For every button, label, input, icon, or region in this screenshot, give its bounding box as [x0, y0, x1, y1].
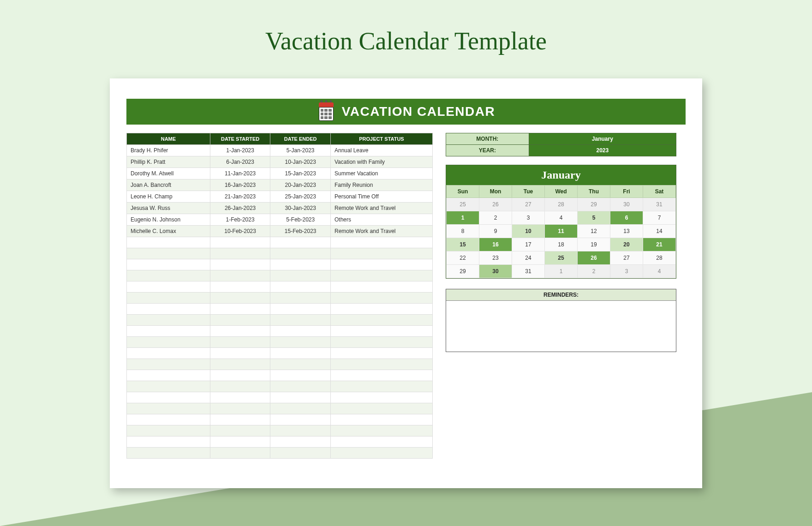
cell-name[interactable]: Jesusa W. Russ	[127, 203, 210, 214]
calendar-day[interactable]: 12	[578, 225, 610, 238]
cell-date-started[interactable]: 26-Jan-2023	[210, 203, 270, 214]
table-row-empty[interactable]	[127, 304, 433, 315]
cell-date-ended[interactable]: 10-Jan-2023	[270, 156, 331, 168]
calendar-day[interactable]: 30	[479, 265, 512, 278]
table-row-empty[interactable]	[127, 237, 433, 248]
calendar-day[interactable]: 30	[610, 198, 643, 211]
cell-status[interactable]: Personal Time Off	[330, 191, 432, 203]
table-row[interactable]: Eugenio N. Johnson1-Feb-20235-Feb-2023Ot…	[127, 214, 433, 226]
cell-status[interactable]: Others	[330, 214, 432, 226]
table-row-empty[interactable]	[127, 281, 433, 293]
calendar-day[interactable]: 6	[610, 211, 643, 225]
cell-status[interactable]: Remote Work and Travel	[330, 226, 432, 237]
calendar-day[interactable]: 26	[479, 198, 512, 211]
table-row-empty[interactable]	[127, 392, 433, 403]
calendar-day[interactable]: 2	[479, 211, 512, 225]
calendar-day[interactable]: 10	[512, 225, 545, 238]
calendar-day[interactable]: 31	[512, 265, 545, 278]
calendar-day[interactable]: 11	[545, 225, 578, 238]
calendar-day[interactable]: 1	[447, 211, 479, 225]
calendar-day[interactable]: 2	[578, 265, 610, 278]
cell-name[interactable]: Phillip K. Pratt	[127, 156, 210, 168]
calendar-day[interactable]: 25	[447, 198, 479, 211]
table-row-empty[interactable]	[127, 337, 433, 348]
cell-name[interactable]: Brady H. Phifer	[127, 145, 210, 156]
cell-date-ended[interactable]: 15-Jan-2023	[270, 168, 331, 179]
calendar-day[interactable]: 24	[512, 251, 545, 265]
calendar-day[interactable]: 16	[479, 238, 512, 251]
table-row[interactable]: Leone H. Champ21-Jan-202325-Jan-2023Pers…	[127, 191, 433, 203]
cell-status[interactable]: Annual Leave	[330, 145, 432, 156]
calendar-day[interactable]: 22	[447, 251, 479, 265]
calendar-day[interactable]: 7	[643, 211, 676, 225]
cell-date-started[interactable]: 1-Jan-2023	[210, 145, 270, 156]
calendar-day[interactable]: 29	[447, 265, 479, 278]
calendar-day[interactable]: 9	[479, 225, 512, 238]
month-value[interactable]: January	[529, 133, 676, 145]
table-row-empty[interactable]	[127, 326, 433, 337]
table-row-empty[interactable]	[127, 370, 433, 381]
calendar-day[interactable]: 3	[512, 211, 545, 225]
table-row-empty[interactable]	[127, 248, 433, 259]
cell-date-started[interactable]: 16-Jan-2023	[210, 179, 270, 191]
table-row-empty[interactable]	[127, 359, 433, 370]
table-row[interactable]: Joan A. Bancroft16-Jan-202320-Jan-2023Fa…	[127, 179, 433, 191]
cell-date-started[interactable]: 1-Feb-2023	[210, 214, 270, 226]
calendar-day[interactable]: 28	[643, 251, 676, 265]
calendar-day[interactable]: 19	[578, 238, 610, 251]
table-row[interactable]: Phillip K. Pratt6-Jan-202310-Jan-2023Vac…	[127, 156, 433, 168]
table-row[interactable]: Dorothy M. Atwell11-Jan-202315-Jan-2023S…	[127, 168, 433, 179]
calendar-day[interactable]: 25	[545, 251, 578, 265]
table-row-empty[interactable]	[127, 425, 433, 436]
cell-date-ended[interactable]: 15-Feb-2023	[270, 226, 331, 237]
calendar-day[interactable]: 4	[545, 211, 578, 225]
calendar-day[interactable]: 17	[512, 238, 545, 251]
cell-name[interactable]: Michelle C. Lomax	[127, 226, 210, 237]
calendar-day[interactable]: 27	[512, 198, 545, 211]
table-row-empty[interactable]	[127, 315, 433, 326]
cell-date-ended[interactable]: 20-Jan-2023	[270, 179, 331, 191]
cell-date-started[interactable]: 10-Feb-2023	[210, 226, 270, 237]
calendar-day[interactable]: 8	[447, 225, 479, 238]
cell-date-ended[interactable]: 5-Jan-2023	[270, 145, 331, 156]
cell-date-ended[interactable]: 25-Jan-2023	[270, 191, 331, 203]
cell-name[interactable]: Dorothy M. Atwell	[127, 168, 210, 179]
table-row-empty[interactable]	[127, 436, 433, 448]
calendar-day[interactable]: 31	[643, 198, 676, 211]
table-row-empty[interactable]	[127, 259, 433, 270]
calendar-day[interactable]: 21	[643, 238, 676, 251]
reminders-body[interactable]	[446, 301, 676, 352]
table-row[interactable]: Jesusa W. Russ26-Jan-202330-Jan-2023Remo…	[127, 203, 433, 214]
cell-name[interactable]: Eugenio N. Johnson	[127, 214, 210, 226]
cell-date-ended[interactable]: 5-Feb-2023	[270, 214, 331, 226]
year-value[interactable]: 2023	[529, 145, 676, 156]
calendar-day[interactable]: 5	[578, 211, 610, 225]
table-row-empty[interactable]	[127, 270, 433, 281]
calendar-day[interactable]: 27	[610, 251, 643, 265]
table-row[interactable]: Michelle C. Lomax10-Feb-202315-Feb-2023R…	[127, 226, 433, 237]
calendar-day[interactable]: 3	[610, 265, 643, 278]
table-row-empty[interactable]	[127, 414, 433, 425]
table-row-empty[interactable]	[127, 381, 433, 392]
calendar-day[interactable]: 28	[545, 198, 578, 211]
calendar-day[interactable]: 13	[610, 225, 643, 238]
cell-date-started[interactable]: 21-Jan-2023	[210, 191, 270, 203]
calendar-day[interactable]: 20	[610, 238, 643, 251]
calendar-day[interactable]: 29	[578, 198, 610, 211]
calendar-day[interactable]: 14	[643, 225, 676, 238]
cell-date-ended[interactable]: 30-Jan-2023	[270, 203, 331, 214]
calendar-day[interactable]: 18	[545, 238, 578, 251]
calendar-day[interactable]: 23	[479, 251, 512, 265]
calendar-day[interactable]: 15	[447, 238, 479, 251]
cell-date-started[interactable]: 6-Jan-2023	[210, 156, 270, 168]
calendar-day[interactable]: 1	[545, 265, 578, 278]
table-row-empty[interactable]	[127, 403, 433, 414]
cell-name[interactable]: Leone H. Champ	[127, 191, 210, 203]
table-row-empty[interactable]	[127, 293, 433, 304]
cell-name[interactable]: Joan A. Bancroft	[127, 179, 210, 191]
cell-status[interactable]: Vacation with Family	[330, 156, 432, 168]
cell-status[interactable]: Remote Work and Travel	[330, 203, 432, 214]
cell-status[interactable]: Family Reunion	[330, 179, 432, 191]
calendar-day[interactable]: 4	[643, 265, 676, 278]
calendar-day[interactable]: 26	[578, 251, 610, 265]
